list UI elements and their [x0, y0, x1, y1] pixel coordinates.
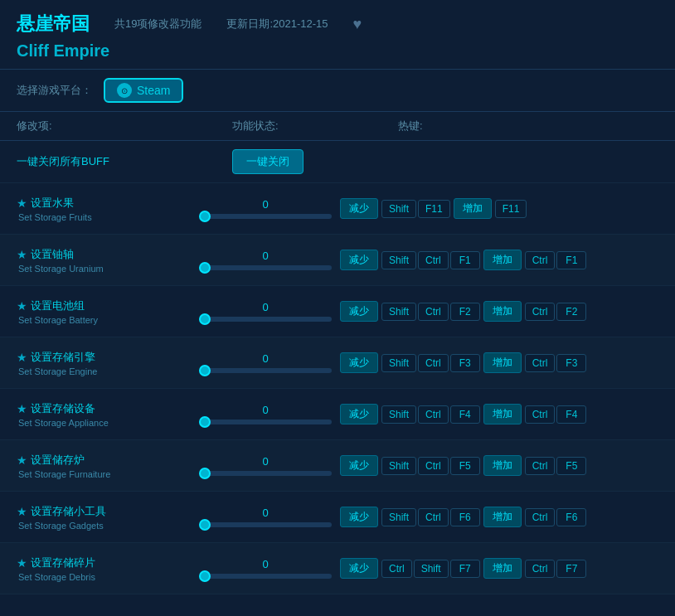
key-badge: Shift: [381, 251, 416, 269]
slider-thumb[interactable]: [199, 262, 211, 274]
increase-button[interactable]: 增加: [483, 352, 522, 373]
key-badge: F5: [556, 457, 586, 475]
mod-name-en: Set Storage Appliance: [18, 418, 182, 428]
slider-value: 0: [262, 455, 268, 468]
slider-thumb[interactable]: [199, 570, 211, 582]
star-icon[interactable]: ★: [17, 454, 27, 467]
star-icon[interactable]: ★: [17, 351, 27, 364]
slider-thumb[interactable]: [199, 519, 211, 531]
platform-row: 选择游戏平台： ⊙ Steam: [0, 70, 675, 112]
slider-track[interactable]: [199, 471, 332, 476]
decrease-keys: ShiftCtrlF4: [381, 405, 480, 424]
slider-track[interactable]: [199, 368, 332, 373]
star-icon[interactable]: ★: [17, 402, 27, 415]
slider-track[interactable]: [199, 420, 332, 424]
slider-area: 0: [191, 250, 340, 270]
slider-track[interactable]: [199, 214, 332, 219]
mod-row: ★ 设置水果 Set Storage Fruits 0 减少 ShiftF11 …: [0, 183, 675, 235]
slider-thumb[interactable]: [199, 416, 211, 428]
key-badge: Shift: [381, 457, 416, 475]
decrease-keys: ShiftCtrlF3: [381, 354, 480, 372]
slider-track[interactable]: [199, 265, 332, 270]
star-icon[interactable]: ★: [17, 196, 27, 210]
game-title-en: Cliff Empire: [17, 41, 658, 61]
key-badge: Ctrl: [525, 560, 556, 578]
hotkey-area: 减少 ShiftCtrlF1 增加 CtrlF1: [340, 250, 658, 270]
mod-name-cn: ★ 设置电池组: [17, 298, 182, 313]
mod-name-cn: ★ 设置存储碎片: [17, 555, 182, 570]
mod-name-en: Set Storage Furnaiture: [18, 469, 182, 479]
star-icon[interactable]: ★: [17, 556, 27, 570]
slider-track[interactable]: [199, 522, 332, 527]
slider-thumb[interactable]: [199, 365, 211, 376]
increase-button[interactable]: 增加: [483, 404, 522, 424]
increase-keys: CtrlF7: [525, 560, 587, 578]
decrease-button[interactable]: 减少: [340, 507, 378, 527]
mod-info: ★ 设置水果 Set Storage Fruits: [17, 196, 182, 222]
increase-button[interactable]: 增加: [483, 455, 522, 476]
steam-button[interactable]: ⊙ Steam: [104, 78, 183, 103]
mod-info: ★ 设置存储设备 Set Storage Appliance: [17, 401, 182, 428]
key-badge: F6: [556, 508, 586, 526]
key-badge: F3: [450, 354, 480, 372]
slider-thumb[interactable]: [199, 468, 211, 479]
decrease-button[interactable]: 减少: [340, 404, 378, 424]
slider-thumb[interactable]: [199, 313, 211, 325]
key-badge: F5: [450, 457, 480, 475]
star-icon[interactable]: ★: [17, 299, 27, 313]
decrease-button[interactable]: 减少: [340, 250, 378, 270]
key-badge: Shift: [381, 200, 416, 218]
buff-close-button[interactable]: 一键关闭: [232, 149, 304, 174]
buff-name: 一键关闭所有BUFF: [17, 154, 182, 169]
key-badge: Shift: [381, 508, 416, 526]
hotkey-area: 减少 ShiftCtrlF4 增加 CtrlF4: [340, 404, 658, 424]
slider-thumb[interactable]: [199, 211, 211, 222]
key-badge: Ctrl: [418, 405, 449, 424]
slider-track[interactable]: [199, 317, 332, 322]
decrease-keys: ShiftCtrlF1: [381, 251, 480, 269]
star-icon[interactable]: ★: [17, 248, 27, 261]
slider-value: 0: [262, 404, 268, 416]
hotkey-area: 减少 ShiftCtrlF5 增加 CtrlF5: [340, 455, 658, 476]
decrease-button[interactable]: 减少: [340, 352, 378, 373]
slider-value: 0: [262, 301, 268, 313]
increase-button[interactable]: 增加: [483, 507, 522, 527]
key-badge: Shift: [414, 560, 449, 578]
slider-value: 0: [262, 250, 268, 262]
slider-value: 0: [262, 198, 268, 211]
mod-row: ★ 设置存储设备 Set Storage Appliance 0 减少 Shif…: [0, 389, 675, 440]
key-badge: F4: [556, 405, 586, 424]
mod-info: ★ 设置电池组 Set Storage Battery: [17, 298, 182, 325]
star-icon[interactable]: ★: [17, 505, 27, 518]
key-badge: Ctrl: [525, 457, 556, 475]
mod-info: ★ 设置存储引擎 Set Storage Engine: [17, 350, 182, 376]
mod-row: ★ 设置电池组 Set Storage Battery 0 减少 ShiftCt…: [0, 286, 675, 337]
key-badge: Ctrl: [418, 251, 449, 269]
slider-area: 0: [191, 301, 340, 322]
decrease-button[interactable]: 减少: [340, 198, 378, 219]
increase-keys: CtrlF4: [525, 405, 587, 424]
mod-name-cn: ★ 设置存储设备: [17, 401, 182, 416]
key-badge: Ctrl: [525, 303, 556, 321]
increase-button[interactable]: 增加: [483, 301, 522, 322]
decrease-button[interactable]: 减少: [340, 455, 378, 476]
key-badge: F7: [556, 560, 586, 578]
mod-name-cn: ★ 设置水果: [17, 196, 182, 211]
heart-icon[interactable]: ♥: [353, 16, 362, 33]
key-badge: F1: [556, 251, 586, 269]
slider-value: 0: [262, 558, 268, 570]
mod-row: ★ 设置铀轴 Set Storage Uranium 0 减少 ShiftCtr…: [0, 235, 675, 286]
mod-name-en: Set Storage Debris: [18, 572, 182, 582]
decrease-button[interactable]: 减少: [340, 301, 378, 322]
decrease-button[interactable]: 减少: [340, 558, 378, 579]
increase-button[interactable]: 增加: [483, 558, 522, 579]
slider-track[interactable]: [199, 574, 332, 579]
mod-info: ★ 设置存储碎片 Set Storage Debris: [17, 555, 182, 582]
mod-name-cn: ★ 设置铀轴: [17, 247, 182, 262]
key-badge: F6: [450, 508, 480, 526]
mod-row: ★ 设置存储小工具 Set Storage Gadgets 0 减少 Shift…: [0, 492, 675, 543]
increase-button[interactable]: 增加: [454, 198, 492, 219]
increase-button[interactable]: 增加: [483, 250, 522, 270]
key-badge: Ctrl: [381, 560, 412, 578]
increase-keys: F11: [495, 200, 527, 218]
